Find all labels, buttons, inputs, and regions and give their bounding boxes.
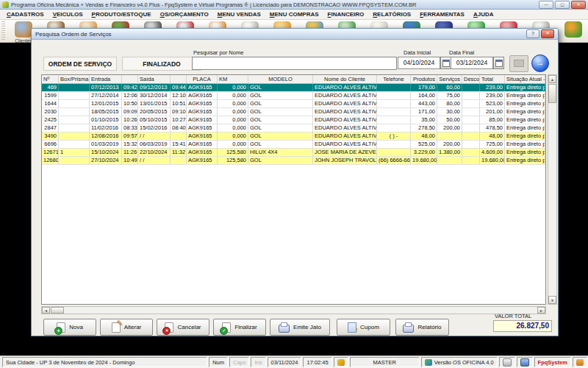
table-cell: 09:10	[171, 108, 187, 116]
tab-ordem-de-servico[interactable]: ORDEM DE SERVIÇO	[43, 57, 117, 71]
column-header[interactable]: Telefone	[377, 75, 411, 83]
table-cell: 27/12/2014	[90, 92, 122, 99]
table-row[interactable]: 203018/05/201509:0920/05/201509:10AGK916…	[42, 108, 545, 116]
table-cell: Entrega direto para c	[505, 116, 545, 124]
table-row[interactable]: 242501/10/201510:2605/10/201510:27AGK916…	[42, 116, 545, 124]
user-key-icon	[337, 359, 345, 366]
menu-ajuda[interactable]: AJUDA	[469, 11, 498, 18]
status-num-lock: Num	[209, 357, 228, 367]
menu-relat-rios[interactable]: RELATÓRIOS	[368, 11, 415, 18]
table-row[interactable]: 1268027/10/202410:49/ /AGK9165125,580GOL…	[42, 157, 545, 165]
close-button[interactable]: ✕	[571, 1, 586, 9]
table-row[interactable]: 46907/12/201309:4209/12/201309:44AGK9165…	[42, 84, 545, 92]
dialog-titlebar[interactable]: Pesquisa Ordem de Serviços ? ✕	[32, 29, 558, 40]
table-cell: ( ) -	[377, 132, 411, 140]
status-user: MASTER	[350, 357, 420, 367]
table-cell: 75,00	[437, 92, 462, 99]
date-start-calendar-button[interactable]	[440, 57, 451, 69]
emite-jato-button[interactable]: Emite Jato	[270, 319, 330, 336]
search-go-button[interactable]: →	[531, 54, 549, 72]
table-row[interactable]: 12671115/10/202411:2622/10/202411:32AGK9…	[42, 149, 545, 157]
table-cell	[437, 157, 462, 164]
date-end-input[interactable]: 03/12/2024	[451, 57, 493, 69]
vertical-scroll-thumb[interactable]	[548, 84, 556, 103]
column-header[interactable]: Produtos	[411, 75, 437, 83]
column-header[interactable]: Saída	[138, 75, 171, 83]
total-value: 26.827,50	[493, 320, 552, 332]
table-cell	[462, 124, 480, 132]
table-cell: 523,00	[480, 100, 505, 107]
table-cell: GOL	[248, 141, 313, 148]
alterar-button[interactable]: Alterar	[100, 319, 153, 336]
scroll-down-icon[interactable]: ▼	[548, 296, 556, 304]
scroll-right-icon[interactable]: ►	[537, 307, 545, 314]
table-row[interactable]: 164412/01/201510:5013/01/201510:51AGK916…	[42, 100, 545, 108]
menu-veiculos[interactable]: VEICULOS	[49, 11, 87, 18]
table-cell: Entrega direto para c	[505, 100, 545, 107]
menu-cadastros[interactable]: CADASTROS	[2, 11, 49, 18]
table-cell: 164,00	[411, 92, 437, 99]
table-cell: 0,000	[218, 84, 248, 91]
column-header[interactable]: Nº	[42, 75, 59, 83]
vertical-scrollbar[interactable]: ▲ ▼	[548, 74, 557, 305]
column-header[interactable]: MODELO	[248, 75, 313, 83]
table-row[interactable]: 159927/12/201412:0630/12/201412:10AGK916…	[42, 92, 545, 100]
cancel-icon	[165, 322, 173, 333]
column-header[interactable]: Serviços	[437, 75, 462, 83]
table-cell: GOL	[248, 124, 313, 132]
table-cell	[377, 92, 411, 99]
dialog-help-button[interactable]: ?	[526, 29, 539, 38]
nova-button[interactable]: Nova	[43, 319, 96, 336]
menu-menu-vendas[interactable]: MENU VENDAS	[213, 11, 265, 18]
table-cell: 15/02/2016	[138, 124, 171, 132]
cupom-button[interactable]: Cupom	[337, 319, 390, 336]
print-disabled-button[interactable]	[509, 55, 528, 72]
column-header[interactable]: Total	[480, 75, 505, 83]
column-header[interactable]: Nome do Cliente	[313, 75, 377, 83]
column-header[interactable]	[122, 75, 138, 83]
column-header[interactable]	[171, 75, 187, 83]
column-header[interactable]: KM	[218, 75, 248, 83]
menu-os-or-amento[interactable]: OS/ORÇAMENTO	[156, 11, 213, 18]
table-cell: 200,00	[437, 124, 462, 132]
app-title: Programa Oficina Mecânica + Vendas e Fin…	[11, 1, 537, 8]
table-row[interactable]: 349012/08/201609:57/ /AGK91650,000GOLEDU…	[42, 132, 545, 141]
table-cell: GOL	[248, 116, 313, 124]
column-header[interactable]: Situação Atual ->	[505, 75, 545, 83]
menu-produto-estoque[interactable]: PRODUTO/ESTOQUE	[87, 11, 156, 18]
dialog-close-button[interactable]: ✕	[541, 29, 554, 38]
table-cell: GOL	[248, 92, 313, 99]
relatorio-button[interactable]: Relatório	[395, 319, 449, 336]
horizontal-scroll-thumb[interactable]	[51, 307, 64, 314]
horizontal-scrollbar[interactable]: ◄ ►	[41, 306, 546, 314]
button-label: Relatório	[417, 324, 441, 330]
minimize-button[interactable]: —	[539, 1, 553, 9]
cancelar-button[interactable]: Cancelar	[157, 319, 209, 336]
date-end-calendar-button[interactable]	[493, 57, 504, 69]
maximize-button[interactable]: ▢	[555, 1, 570, 9]
table-cell	[59, 92, 90, 99]
table-cell	[377, 124, 411, 132]
menu-financeiro[interactable]: FINANCEIRO	[323, 11, 369, 18]
column-header[interactable]: Box/Prisma	[59, 75, 90, 83]
menu-ferramentas[interactable]: FERRAMENTAS	[415, 11, 469, 18]
date-start-input[interactable]: 04/10/2024	[398, 57, 440, 69]
column-header[interactable]: Desconto	[462, 75, 480, 83]
table-cell: 07/12/2013	[90, 84, 122, 91]
backup-icon[interactable]	[557, 21, 588, 43]
scroll-left-icon[interactable]: ◄	[42, 307, 50, 314]
table-row[interactable]: 284711/02/201608:3315/02/201608:40AGK916…	[42, 124, 545, 132]
status-version: Versão OS OFICINA 4.0	[421, 357, 498, 367]
column-header[interactable]: PLACA	[187, 75, 218, 83]
backup-icon	[564, 21, 582, 38]
table-row[interactable]: 669601/03/201915:3206/03/201915:41AGK916…	[42, 141, 545, 149]
menu-menu-compras[interactable]: MENU COMPRAS	[265, 11, 323, 18]
edit-icon	[112, 322, 121, 333]
finalizar-button[interactable]: Finalizar	[213, 319, 266, 336]
tab-finalizado[interactable]: FINALIZADO	[122, 57, 201, 71]
column-header[interactable]: Entrada	[90, 75, 122, 83]
scroll-up-icon[interactable]: ▲	[548, 75, 556, 83]
search-input[interactable]	[192, 57, 397, 70]
table-cell: 239,00	[480, 84, 505, 91]
table-cell: 22/10/2024	[138, 149, 171, 156]
